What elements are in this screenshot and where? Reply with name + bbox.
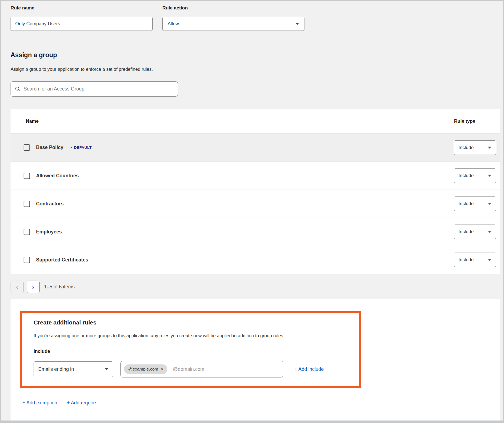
remove-chip-icon[interactable]: × <box>161 367 163 371</box>
group-name: Allowed Countries <box>36 173 79 179</box>
column-header-name: Name <box>26 119 39 124</box>
rule-action-label: Rule action <box>162 5 188 11</box>
pagination: ‹ › 1–5 of 6 items <box>11 281 75 293</box>
chevron-down-icon <box>488 147 492 148</box>
rule-action-select[interactable]: Allow <box>162 17 304 31</box>
table-row: Contractors Include <box>11 190 500 218</box>
add-exception-link[interactable]: + Add exception <box>22 400 57 406</box>
pagination-summary: 1–5 of 6 items <box>44 284 75 290</box>
email-chip: @example.com × <box>124 364 167 374</box>
row-checkbox[interactable] <box>24 144 30 151</box>
column-header-rule-type: Rule type <box>454 119 475 124</box>
rule-type-value: Include <box>458 173 474 178</box>
additional-rules-card: Create additional rules If you're assign… <box>11 299 500 421</box>
access-group-search[interactable] <box>11 81 178 97</box>
additional-rules-description: If you're assigning one or more groups t… <box>34 333 353 338</box>
rule-type-dropdown[interactable]: Include <box>454 168 496 183</box>
row-checkbox[interactable] <box>24 201 30 207</box>
search-input[interactable] <box>24 86 174 92</box>
search-icon <box>15 86 21 92</box>
default-badge: • DEFAULT <box>70 145 92 150</box>
table-row: Supported Certificates Include <box>11 246 500 274</box>
row-checkbox[interactable] <box>24 257 30 263</box>
badge-text: DEFAULT <box>74 145 92 150</box>
row-checkbox[interactable] <box>24 229 30 235</box>
rule-type-value: Include <box>458 201 474 207</box>
group-name: Base Policy <box>36 145 63 150</box>
next-page-button[interactable]: › <box>27 281 40 293</box>
chevron-down-icon <box>105 368 109 370</box>
assign-group-description: Assign a group to your application to en… <box>11 67 153 72</box>
rule-type-dropdown[interactable]: Include <box>454 140 496 155</box>
rule-type-value: Include <box>458 257 474 263</box>
highlight-box: Create additional rules If you're assign… <box>20 311 361 388</box>
selector-value: Emails ending in <box>38 366 74 372</box>
chevron-down-icon <box>295 23 299 25</box>
rule-name-label: Rule name <box>11 5 34 11</box>
previous-page-button[interactable]: ‹ <box>11 281 24 293</box>
group-name: Contractors <box>36 201 64 207</box>
rule-type-dropdown[interactable]: Include <box>454 253 496 267</box>
group-name: Supported Certificates <box>36 257 88 263</box>
rule-action-value: Allow <box>168 21 179 27</box>
chevron-down-icon <box>488 175 492 177</box>
chevron-down-icon <box>488 231 492 233</box>
rule-type-dropdown[interactable]: Include <box>454 197 496 211</box>
badge-bullet: • <box>70 145 72 150</box>
chevron-down-icon <box>488 203 492 205</box>
table-row: Base Policy • DEFAULT Include <box>11 134 500 162</box>
table-header-row: Name Rule type <box>11 109 500 134</box>
domain-input[interactable] <box>173 366 280 372</box>
email-domain-field[interactable]: @example.com × <box>120 361 283 377</box>
group-name: Employees <box>36 229 62 235</box>
rule-type-value: Include <box>458 145 474 150</box>
access-policy-page: Rule name Rule action Allow Assign a gro… <box>0 0 504 423</box>
selector-dropdown[interactable]: Emails ending in <box>34 361 113 377</box>
groups-table: Name Rule type Base Policy • DEFAULT Inc… <box>11 109 500 274</box>
chevron-left-icon: ‹ <box>16 284 18 290</box>
rule-type-value: Include <box>458 229 474 235</box>
add-include-link[interactable]: + Add include <box>294 366 324 372</box>
table-row: Employees Include <box>11 218 500 246</box>
additional-rules-title: Create additional rules <box>34 319 96 326</box>
add-require-link[interactable]: + Add require <box>67 400 96 406</box>
assign-group-title: Assign a group <box>11 51 57 59</box>
chevron-down-icon <box>488 259 492 261</box>
rule-type-dropdown[interactable]: Include <box>454 225 496 239</box>
chevron-right-icon: › <box>32 284 34 290</box>
table-row: Allowed Countries Include <box>11 162 500 190</box>
chip-label: @example.com <box>128 367 158 372</box>
row-checkbox[interactable] <box>24 173 30 179</box>
rule-name-input[interactable] <box>11 17 153 31</box>
include-label: Include <box>34 349 50 354</box>
